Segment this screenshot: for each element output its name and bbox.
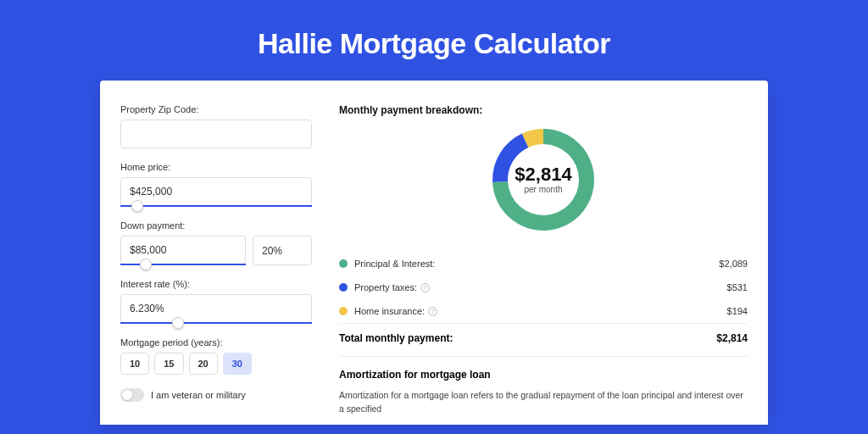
zip-label: Property Zip Code: — [120, 104, 312, 114]
breakdown-row: Home insurance:?$194 — [339, 299, 748, 323]
breakdown-title: Monthly payment breakdown: — [339, 104, 748, 116]
info-icon[interactable]: ? — [420, 283, 430, 292]
down-payment-slider[interactable] — [120, 264, 246, 265]
breakdown-label: Property taxes:? — [354, 282, 727, 292]
donut-chart: $2,814 per month — [339, 125, 748, 235]
amortization-section: Amortization for mortgage loan Amortizat… — [339, 356, 748, 416]
slider-thumb-icon[interactable] — [140, 259, 152, 270]
calculator-card: Property Zip Code: Home price: Down paym… — [100, 81, 768, 425]
donut-center-value: $2,814 — [515, 164, 572, 185]
interest-label: Interest rate (%): — [120, 279, 312, 289]
amortization-text: Amortization for a mortgage loan refers … — [339, 389, 748, 416]
breakdown-list: Principal & Interest:$2,089Property taxe… — [339, 252, 748, 324]
toggle-knob-icon — [122, 390, 132, 400]
inputs-panel: Property Zip Code: Home price: Down paym… — [100, 81, 329, 425]
period-button-30[interactable]: 30 — [223, 353, 252, 375]
total-row: Total monthly payment: $2,814 — [339, 324, 748, 356]
zip-group: Property Zip Code: — [120, 104, 312, 148]
home-price-slider[interactable] — [120, 205, 312, 207]
down-payment-group: Down payment: — [120, 220, 312, 265]
down-payment-input[interactable] — [120, 236, 246, 264]
page-title: Hallie Mortgage Calculator — [0, 0, 868, 81]
legend-dot-icon — [339, 283, 348, 292]
period-button-15[interactable]: 15 — [154, 353, 183, 375]
total-value: $2,814 — [716, 332, 748, 344]
slider-thumb-icon[interactable] — [131, 200, 143, 212]
breakdown-label: Home insurance:? — [354, 306, 727, 316]
breakdown-row: Property taxes:?$531 — [339, 275, 748, 299]
zip-input[interactable] — [120, 120, 312, 148]
legend-dot-icon — [339, 259, 348, 268]
interest-group: Interest rate (%): — [120, 279, 312, 324]
legend-dot-icon — [339, 307, 348, 315]
period-button-20[interactable]: 20 — [189, 353, 218, 375]
home-price-group: Home price: — [120, 162, 312, 207]
period-group: Mortgage period (years): 10152030 — [120, 337, 312, 375]
donut-center-sub: per month — [524, 185, 562, 194]
total-label: Total monthly payment: — [339, 332, 716, 344]
period-button-10[interactable]: 10 — [120, 353, 149, 375]
down-payment-label: Down payment: — [120, 220, 312, 231]
breakdown-value: $2,089 — [719, 259, 748, 269]
period-label: Mortgage period (years): — [120, 337, 312, 348]
info-icon[interactable]: ? — [428, 307, 437, 316]
interest-input[interactable] — [120, 294, 312, 323]
home-price-input[interactable] — [120, 177, 312, 206]
veteran-label: I am veteran or military — [151, 390, 246, 400]
veteran-row: I am veteran or military — [120, 388, 312, 402]
home-price-label: Home price: — [120, 162, 312, 172]
down-payment-pct-input[interactable] — [253, 236, 312, 265]
slider-thumb-icon[interactable] — [172, 317, 184, 329]
breakdown-row: Principal & Interest:$2,089 — [339, 252, 748, 275]
interest-slider[interactable] — [120, 322, 312, 324]
breakdown-value: $194 — [727, 306, 748, 316]
amortization-title: Amortization for mortgage loan — [339, 369, 748, 381]
veteran-toggle[interactable] — [120, 388, 144, 402]
breakdown-value: $531 — [727, 282, 748, 292]
breakdown-label: Principal & Interest: — [354, 259, 719, 269]
breakdown-panel: Monthly payment breakdown: $2,814 per mo… — [329, 81, 768, 425]
